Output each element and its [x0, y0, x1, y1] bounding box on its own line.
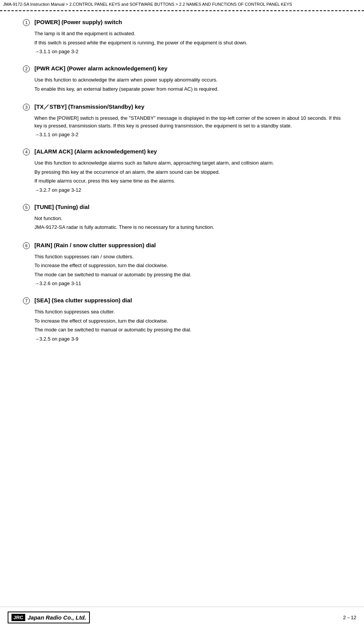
section-5: 5[TUNE] (Tuning) dialNot function.JMA-91… [23, 204, 341, 231]
section-1-para-1: The lamp is lit and the equipment is act… [34, 30, 341, 38]
company-logo: JRC Japan Radio Co., Ltd. [8, 612, 90, 623]
section-number-4: 4 [23, 148, 30, 155]
section-7-para-2: To increase the effect of suppression, t… [34, 317, 341, 325]
section-3: 3[TX／STBY] (Transmission/Standby) keyWhe… [23, 103, 341, 137]
section-number-3: 3 [23, 104, 30, 111]
section-7: 7[SEA] (Sea clutter suppression) dialThi… [23, 297, 341, 342]
section-heading-7: [SEA] (Sea clutter suppression) dial [34, 297, 132, 303]
section-title-1: 1[POWER] (Power supply) switch [23, 19, 341, 26]
section-title-3: 3[TX／STBY] (Transmission/Standby) key [23, 103, 341, 111]
section-6-ref: →3.2.6 on page 3-11 [34, 281, 341, 286]
company-name: Japan Radio Co., Ltd. [28, 614, 86, 621]
section-3-para-1: When the [POWER] switch is pressed, the … [34, 114, 341, 129]
section-5-para-2: JMA-9172-SA radar is fully automatic. Th… [34, 223, 341, 231]
section-1: 1[POWER] (Power supply) switchThe lamp i… [23, 19, 341, 54]
section-title-5: 5[TUNE] (Tuning) dial [23, 204, 341, 211]
header-bar: JMA-9172-SA Instruction Manual > 2.CONTR… [0, 0, 364, 9]
section-2-para-2: To enable this key, an external battery … [34, 85, 341, 93]
section-4-para-2: By pressing this key at the occurrence o… [34, 168, 341, 176]
section-heading-1: [POWER] (Power supply) switch [34, 19, 122, 25]
section-1-ref: →3.1.1 on page 3-2 [34, 49, 341, 54]
section-4: 4[ALARM ACK] (Alarm acknowledgement) key… [23, 148, 341, 193]
section-1-para-2: If this switch is pressed while the equi… [34, 39, 341, 47]
section-6-para-3: The mode can be switched to manual or au… [34, 271, 341, 279]
section-body-4: Use this function to acknowledge alarms … [23, 159, 341, 193]
section-body-5: Not function.JMA-9172-SA radar is fully … [23, 215, 341, 231]
section-3-ref: →3.1.1 on page 3-2 [34, 132, 341, 137]
section-heading-3: [TX／STBY] (Transmission/Standby) key [34, 103, 145, 111]
section-heading-5: [TUNE] (Tuning) dial [34, 204, 89, 210]
section-heading-2: [PWR ACK] (Power alarm acknowledgement) … [34, 65, 167, 72]
section-number-1: 1 [23, 19, 30, 26]
section-6-para-2: To increase the effect of suppression, t… [34, 262, 341, 269]
section-6: 6[RAIN] (Rain / snow clutter suppression… [23, 242, 341, 287]
section-number-5: 5 [23, 204, 30, 211]
section-7-ref: →3.2.5 on page 3-9 [34, 336, 341, 342]
breadcrumb: JMA-9172-SA Instruction Manual > 2.CONTR… [3, 2, 292, 7]
section-number-6: 6 [23, 242, 30, 249]
section-title-4: 4[ALARM ACK] (Alarm acknowledgement) key [23, 148, 341, 155]
section-7-para-3: The mode can be switched to manual or au… [34, 326, 341, 334]
section-2-para-1: Use this function to acknowledge the ala… [34, 76, 341, 84]
section-heading-6: [RAIN] (Rain / snow clutter suppression)… [34, 242, 156, 248]
section-4-ref: →3.2.7 on page 3-12 [34, 187, 341, 193]
section-6-para-1: This function suppresses rain / snow clu… [34, 253, 341, 261]
section-body-6: This function suppresses rain / snow clu… [23, 253, 341, 287]
section-number-2: 2 [23, 65, 30, 72]
section-body-3: When the [POWER] switch is pressed, the … [23, 114, 341, 137]
section-body-7: This function suppresses sea clutter.To … [23, 308, 341, 342]
section-title-7: 7[SEA] (Sea clutter suppression) dial [23, 297, 341, 304]
section-2: 2[PWR ACK] (Power alarm acknowledgement)… [23, 65, 341, 93]
section-4-para-1: Use this function to acknowledge alarms … [34, 159, 341, 167]
section-4-para-3: If multiple alarms occur, press this key… [34, 177, 341, 185]
section-5-para-1: Not function. [34, 215, 341, 222]
section-7-para-1: This function suppresses sea clutter. [34, 308, 341, 316]
section-heading-4: [ALARM ACK] (Alarm acknowledgement) key [34, 148, 157, 155]
section-title-2: 2[PWR ACK] (Power alarm acknowledgement)… [23, 65, 341, 72]
section-body-1: The lamp is lit and the equipment is act… [23, 30, 341, 54]
jrc-label: JRC [11, 614, 25, 621]
section-body-2: Use this function to acknowledge the ala… [23, 76, 341, 93]
section-title-6: 6[RAIN] (Rain / snow clutter suppression… [23, 242, 341, 249]
footer: JRC Japan Radio Co., Ltd. 2－12 [0, 607, 364, 628]
page-number: 2－12 [343, 614, 356, 621]
section-number-7: 7 [23, 297, 30, 304]
main-content: 1[POWER] (Power supply) switchThe lamp i… [0, 11, 364, 368]
